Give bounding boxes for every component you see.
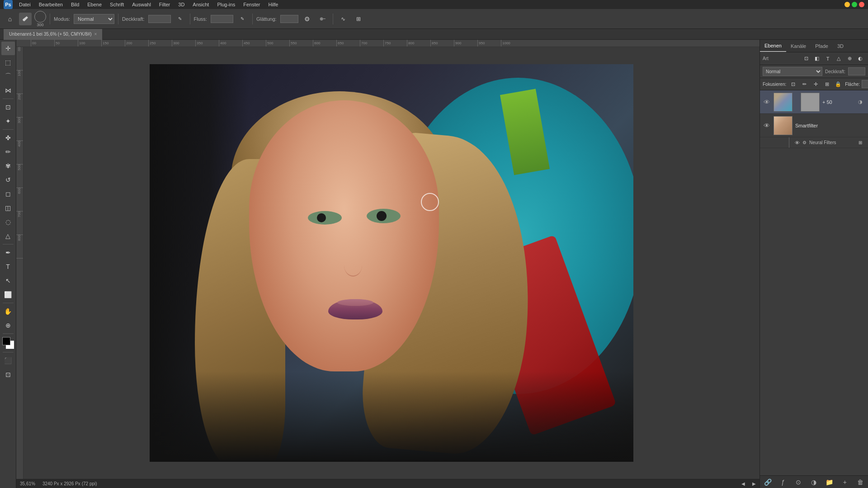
menu-item-ebene[interactable]: Ebene	[84, 1, 105, 8]
close-button[interactable]	[859, 2, 864, 7]
menu-item-datei[interactable]: Datei	[15, 1, 34, 8]
add-layer-btn[interactable]: +	[840, 477, 850, 487]
clone-stamp-tool[interactable]: ✾	[1, 159, 15, 173]
menu-item-3d[interactable]: 3D	[175, 1, 188, 8]
neural-filter-label: Neural Filters	[809, 140, 836, 145]
layer-visibility-smartfilter[interactable]: 👁	[763, 122, 771, 130]
lasso-tool[interactable]: ⌒	[1, 70, 15, 83]
brush-tool-button[interactable]	[19, 13, 32, 25]
fokusieren-label: Fokusieren:	[763, 82, 786, 87]
glaettung-settings-btn[interactable]: ⚙	[301, 13, 314, 25]
layer-filter-toggle-btn[interactable]: ◐	[855, 54, 865, 64]
add-style-btn[interactable]: ƒ	[778, 477, 788, 487]
layer-filter-smart-btn[interactable]: ⊕	[844, 54, 854, 64]
layer-blend-mode[interactable]: Normal Multiplizieren Aufhellen	[763, 67, 822, 76]
mode-select[interactable]: Normal Multiplizieren Aufhellen	[74, 14, 114, 24]
shape-tool[interactable]: ⬜	[1, 288, 15, 301]
pressure-fluss-btn[interactable]: ✎	[236, 13, 249, 25]
move-tool[interactable]: ✛	[1, 42, 15, 55]
lock-move-btn[interactable]: ✛	[811, 79, 821, 89]
delete-layer-btn[interactable]: 🗑	[855, 477, 865, 487]
menu-item-bild[interactable]: Bild	[67, 1, 83, 8]
add-mask-btn[interactable]: ⊙	[793, 477, 803, 487]
symmetry-btn[interactable]: ⊞	[352, 13, 365, 25]
menu-item-schrift[interactable]: Schrift	[106, 1, 127, 8]
tab-3d[interactable]: 3D	[833, 40, 848, 52]
tool-separator-4	[3, 303, 14, 303]
menu-item-plugins[interactable]: Plug-ins	[213, 1, 239, 8]
scroll-right-btn[interactable]: ▶	[752, 481, 756, 486]
healing-brush-tool[interactable]: ✤	[1, 131, 15, 145]
tab-bar: Unbenannt-1 bei 35,6% (+ 50, CMYK/8#) ×	[0, 29, 868, 40]
angle-btn[interactable]: ⊕−	[316, 13, 329, 25]
fluss-input[interactable]: 100%	[211, 15, 233, 23]
add-group-btn[interactable]: 📁	[825, 477, 835, 487]
selection-tool[interactable]: ⬚	[1, 56, 15, 69]
deckkraft-input[interactable]: 100%	[148, 15, 171, 23]
status-bar: 35,61% 3240 Px x 2926 Px (72 ppi) ◀ ▶	[16, 479, 760, 488]
brush-size-display: 300	[34, 11, 46, 27]
lock-artboard-btn[interactable]: ⊞	[822, 79, 832, 89]
tab-kanaele[interactable]: Kanäle	[786, 40, 811, 52]
lock-transparent-btn[interactable]: ⊡	[788, 79, 798, 89]
brush-tool[interactable]: ✏	[1, 145, 15, 159]
blur-tool[interactable]: ◌	[1, 215, 15, 229]
menu-item-ansicht[interactable]: Ansicht	[189, 1, 212, 8]
maximize-button[interactable]	[852, 2, 857, 7]
scroll-left-btn[interactable]: ◀	[741, 481, 745, 486]
extra-tools-btn[interactable]: ⊡	[1, 368, 15, 381]
menu-item-bearbeiten[interactable]: Bearbeiten	[35, 1, 66, 8]
glaettung-input[interactable]: 0%	[280, 15, 298, 23]
toolbox: ✛ ⬚ ⌒ ⋈ ⊡ ✦ ✤ ✏ ✾ ↺ ◻ ◫ ◌ △ ✒ T ↖ ⬜ ✋ ⊕ …	[0, 40, 16, 488]
layer-visibility-plus50[interactable]: 👁	[763, 98, 771, 106]
tab-pfade[interactable]: Pfade	[811, 40, 833, 52]
lock-image-btn[interactable]: ✏	[799, 79, 809, 89]
minimize-button[interactable]	[844, 2, 850, 7]
tab-ebenen[interactable]: Ebenen	[760, 40, 786, 52]
type-tool[interactable]: T	[1, 260, 15, 273]
menu-item-hilfe[interactable]: Hilfe	[264, 1, 282, 8]
deckkraft-panel-input[interactable]: 100%	[848, 67, 865, 75]
layers-bottom-bar: 🔗 ƒ ⊙ ◑ 📁 + 🗑	[760, 475, 868, 488]
filter-options-btn[interactable]: ⊞	[855, 138, 865, 148]
menu-item-auswahl[interactable]: Auswahl	[128, 1, 155, 8]
layer-filter-text-btn[interactable]: T	[823, 54, 833, 64]
layer-opacity-slider-plus50[interactable]: ◑	[855, 97, 865, 107]
foreground-color-swatch[interactable]	[2, 337, 10, 345]
pen-tool[interactable]: ✒	[1, 246, 15, 259]
layer-filter-shape-btn[interactable]: △	[834, 54, 844, 64]
layer-filter-kind-btn[interactable]: ⊡	[801, 54, 811, 64]
layer-filter-neural[interactable]: 👁 ⚙ Neural Filters ⊞	[760, 137, 868, 148]
layer-filter-pixel-btn[interactable]: ◧	[812, 54, 822, 64]
pressure-deckkraft-btn[interactable]: ✎	[174, 13, 186, 25]
layers-art-toolbar: Art ⊡ ◧ T △ ⊕ ◐	[760, 52, 868, 65]
menu-item-filter[interactable]: Filter	[156, 1, 174, 8]
screen-mode-btn[interactable]: ⬛	[1, 354, 15, 367]
menu-item-fenster[interactable]: Fenster	[240, 1, 264, 8]
crop-tool[interactable]: ⊡	[1, 100, 15, 114]
eraser-tool[interactable]: ◻	[1, 187, 15, 201]
filter-indent-line	[789, 137, 789, 148]
path-selection-tool[interactable]: ↖	[1, 274, 15, 287]
airbrush-btn[interactable]: ∿	[337, 13, 349, 25]
tab-close-button[interactable]: ×	[94, 32, 97, 37]
layer-item-smartfilter[interactable]: 👁 Smartfilter	[760, 114, 868, 137]
foreground-background-color[interactable]	[2, 337, 14, 349]
zoom-tool[interactable]: ⊕	[1, 319, 15, 332]
hand-tool[interactable]: ✋	[1, 305, 15, 318]
gradient-tool[interactable]: ◫	[1, 201, 15, 215]
link-layers-btn[interactable]: 🔗	[763, 477, 773, 487]
document-tab[interactable]: Unbenannt-1 bei 35,6% (+ 50, CMYK/8#) ×	[4, 29, 103, 40]
lock-all-btn[interactable]: 🔒	[833, 79, 843, 89]
home-button[interactable]: ⌂	[4, 13, 16, 25]
history-brush-tool[interactable]: ↺	[1, 173, 15, 187]
main-area: ✛ ⬚ ⌒ ⋈ ⊡ ✦ ✤ ✏ ✾ ↺ ◻ ◫ ◌ △ ✒ T ↖ ⬜ ✋ ⊕ …	[0, 40, 868, 488]
dodge-tool[interactable]: △	[1, 229, 15, 243]
magic-wand-tool[interactable]: ⋈	[1, 84, 15, 97]
eyedropper-tool[interactable]: ✦	[1, 114, 15, 128]
add-adjustment-btn[interactable]: ◑	[809, 477, 819, 487]
layer-item-plus50[interactable]: 👁 + 50 ◑	[760, 90, 868, 114]
canvas-container[interactable]	[24, 47, 760, 479]
flaeche-input[interactable]: 100%	[862, 80, 868, 88]
layer-thumb-plus50	[774, 93, 793, 112]
